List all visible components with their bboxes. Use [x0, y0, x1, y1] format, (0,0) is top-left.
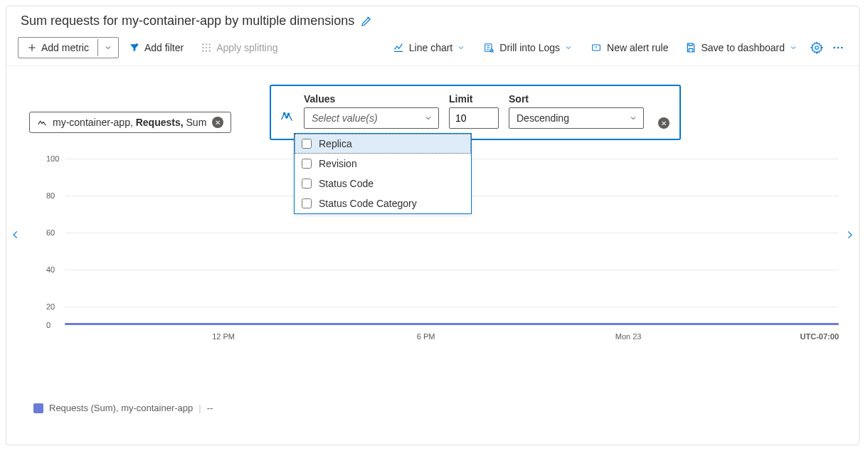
svg-point-2: [209, 44, 210, 45]
metric-pill-text: my-container-app, Requests, Sum: [53, 117, 206, 128]
values-label: Values: [304, 93, 439, 105]
values-option-replica[interactable]: Replica: [295, 134, 471, 154]
prev-time-range-button[interactable]: [11, 227, 21, 243]
svg-point-18: [287, 113, 290, 115]
chart-type-dropdown[interactable]: Line chart: [385, 38, 472, 58]
svg-point-15: [841, 47, 843, 49]
add-metric-dropdown[interactable]: [97, 39, 118, 56]
metric-pill[interactable]: my-container-app, Requests, Sum ✕: [29, 112, 231, 133]
remove-metric-icon[interactable]: ✕: [212, 117, 223, 128]
values-select[interactable]: Select value(s): [304, 107, 439, 129]
y-tick: 40: [46, 265, 55, 274]
apply-splitting-label: Apply splitting: [216, 42, 277, 53]
add-metric-label: Add metric: [41, 42, 89, 53]
settings-icon[interactable]: [808, 37, 826, 58]
svg-point-17: [286, 116, 288, 118]
values-option-status-code[interactable]: Status Code: [295, 174, 471, 193]
svg-point-14: [837, 47, 840, 49]
sort-select[interactable]: Descending: [509, 107, 644, 129]
svg-point-8: [209, 51, 210, 51]
more-icon[interactable]: [829, 37, 847, 58]
legend-series-label: Requests (Sum), my-container-app: [49, 403, 193, 413]
values-checkbox-status-code-category[interactable]: [302, 198, 312, 208]
chart-type-label: Line chart: [409, 42, 452, 53]
y-tick: 80: [46, 191, 55, 200]
drill-logs-dropdown[interactable]: Drill into Logs: [475, 38, 580, 58]
chart-legend: Requests (Sum), my-container-app | --: [33, 403, 213, 413]
next-time-range-button[interactable]: [845, 227, 854, 243]
chart-series-line: [65, 323, 839, 325]
edit-title-icon[interactable]: [360, 15, 373, 28]
add-filter-button[interactable]: Add filter: [122, 38, 191, 58]
metrics-panel: Sum requests for my-container-app by mul…: [6, 6, 859, 445]
legend-color-swatch: [33, 403, 43, 413]
svg-point-0: [203, 44, 203, 45]
y-tick: 60: [46, 228, 55, 237]
svg-point-7: [206, 51, 207, 51]
splitting-config-box: Values Select value(s) Limit Sort Descen…: [270, 85, 681, 140]
values-checkbox-status-code[interactable]: [302, 179, 312, 189]
title-bar: Sum requests for my-container-app by mul…: [6, 6, 859, 28]
values-option-revision[interactable]: Revision: [295, 154, 471, 174]
apply-splitting-button: Apply splitting: [194, 38, 285, 58]
y-tick: 0: [46, 321, 51, 329]
timezone-label: UTC-07:00: [800, 332, 839, 341]
svg-point-1: [206, 44, 207, 45]
save-dashboard-dropdown[interactable]: Save to dashboard: [678, 38, 805, 58]
metric-icon: [37, 117, 47, 127]
svg-point-6: [203, 51, 203, 51]
svg-point-12: [815, 46, 819, 50]
values-checkbox-revision[interactable]: [302, 159, 312, 169]
x-tick: Mon 23: [615, 332, 642, 341]
chart-area: my-container-app, Requests, Sum ✕ Values…: [6, 66, 859, 80]
sort-label: Sort: [509, 93, 644, 105]
svg-point-3: [203, 47, 203, 48]
x-tick: 6 PM: [417, 332, 435, 341]
save-dashboard-label: Save to dashboard: [701, 42, 785, 53]
y-tick: 100: [46, 154, 59, 163]
legend-value: --: [207, 403, 213, 413]
values-checkbox-replica[interactable]: [302, 139, 312, 149]
chevron-down-icon: [424, 114, 433, 122]
drill-logs-label: Drill into Logs: [499, 42, 560, 53]
values-dropdown-popup: Replica Revision Status Code Status Code…: [294, 133, 472, 214]
svg-point-5: [209, 47, 210, 48]
values-option-status-code-category[interactable]: Status Code Category: [295, 193, 471, 213]
remove-splitting-icon[interactable]: ✕: [658, 117, 669, 129]
y-tick: 20: [46, 302, 55, 311]
svg-point-13: [833, 47, 835, 49]
add-metric-button-group: Add metric: [18, 37, 119, 58]
svg-point-4: [206, 47, 207, 48]
limit-input[interactable]: [449, 107, 499, 129]
add-filter-label: Add filter: [144, 42, 184, 53]
new-alert-button[interactable]: New alert rule: [583, 38, 675, 58]
toolbar: Add metric Add filter Apply splitting Li…: [6, 28, 859, 66]
new-alert-label: New alert rule: [607, 42, 668, 53]
svg-point-16: [283, 112, 285, 115]
splitting-icon: [280, 93, 294, 123]
chart-title: Sum requests for my-container-app by mul…: [21, 14, 354, 28]
chevron-down-icon: [629, 114, 637, 122]
limit-label: Limit: [449, 93, 499, 105]
x-tick: 12 PM: [212, 332, 235, 341]
add-metric-button[interactable]: Add metric: [18, 38, 97, 58]
